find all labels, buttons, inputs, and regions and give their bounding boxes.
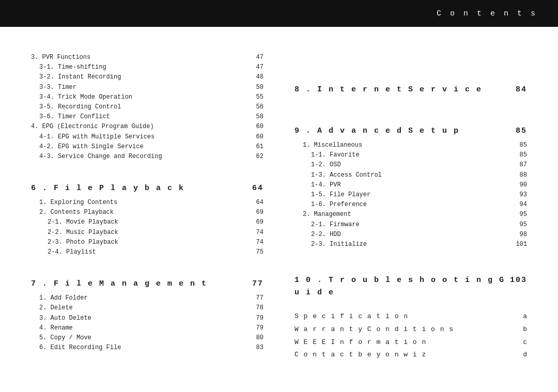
toc-page: 85 xyxy=(512,150,527,160)
toc-label: 3-4. Trick Mode Operation xyxy=(39,92,248,102)
section8-title: 8 . I n t e r n e t S e r v i c e xyxy=(295,84,512,96)
toc-page: b xyxy=(512,324,527,335)
toc-page: 95 xyxy=(512,220,527,230)
toc-page: 98 xyxy=(512,230,527,240)
toc-label: 4. EPG (Electronic Program Guide) xyxy=(31,122,248,132)
toc-entry: 3-3. Timer50 xyxy=(31,83,264,92)
toc-label: 1-3. Access Control xyxy=(311,170,512,180)
toc-entry: 2. Contents Playback69 xyxy=(31,208,264,217)
toc-page: 75 xyxy=(248,247,264,257)
toc-entry: 4-1. EPG with Multiple Services60 xyxy=(31,132,264,142)
header-title: C o n t e n t s xyxy=(437,9,537,18)
toc-page: 47 xyxy=(248,62,264,72)
toc-page: 95 xyxy=(512,210,527,219)
extras-entries: S p e c i f i c a t i o naW a r r a n t … xyxy=(295,311,527,360)
section6-page: 64 xyxy=(248,182,264,195)
toc-label: 1. Exploring Contents xyxy=(39,198,248,208)
toc-page: 60 xyxy=(248,132,264,142)
toc-page: d xyxy=(512,350,527,360)
toc-entry: 3-2. Instant Recording48 xyxy=(31,72,264,82)
toc-entry: 1-3. Access Control88 xyxy=(295,170,527,180)
toc-page: 85 xyxy=(512,140,527,150)
toc-page: 48 xyxy=(248,72,264,82)
toc-page: c xyxy=(512,337,527,348)
toc-entry: 1. Add Folder77 xyxy=(31,293,264,303)
toc-label: 2. Contents Playback xyxy=(39,208,248,217)
toc-entry: 1-1. Favorite85 xyxy=(295,150,527,160)
toc-page: 74 xyxy=(248,238,264,247)
toc-page: 87 xyxy=(512,160,527,170)
toc-entry: 1. Exploring Contents64 xyxy=(31,198,264,208)
right-column: 8 . I n t e r n e t S e r v i c e 84 9 .… xyxy=(295,53,527,377)
toc-label: 2. Management xyxy=(303,210,512,219)
toc-label: 1. Miscellaneous xyxy=(303,140,512,150)
section7-title: 7 . F i l e M a n a g e m e n t xyxy=(31,278,248,290)
toc-entry: 2-2. Music Playback74 xyxy=(31,228,264,238)
toc-label: 5. Copy / Move xyxy=(39,333,248,343)
section7-page: 77 xyxy=(248,278,264,290)
toc-entry: 2-4. Playlist75 xyxy=(31,247,264,257)
toc-entry: 1. Miscellaneous85 xyxy=(295,140,527,150)
toc-page: 55 xyxy=(248,92,264,102)
toc-page: 64 xyxy=(248,198,264,208)
toc-page: 80 xyxy=(248,333,264,343)
toc-page: 88 xyxy=(512,170,527,180)
toc-label: 3-3. Timer xyxy=(39,83,248,92)
toc-label: S p e c i f i c a t i o n xyxy=(295,311,512,322)
toc-label: 3. PVR Functions xyxy=(31,53,248,62)
toc-label: 2-3. Photo Playback xyxy=(48,238,248,247)
toc-label: 4-3. Service Change and Recording xyxy=(39,152,248,162)
toc-entry: 2-3. Photo Playback74 xyxy=(31,238,264,247)
toc-label: 1. Add Folder xyxy=(39,293,248,303)
toc-entry: 2-1. Movie Playback69 xyxy=(31,217,264,227)
toc-entry: 4. EPG (Electronic Program Guide)60 xyxy=(31,122,264,132)
section9-header: 9 . A d v a n c e d S e t u p 85 xyxy=(295,109,527,140)
toc-label: 6. Edit Recording File xyxy=(39,343,248,353)
toc-label: 2-4. Playlist xyxy=(48,247,248,257)
toc-entry: 2. Management95 xyxy=(295,210,527,219)
toc-page: 101 xyxy=(512,240,527,249)
toc-page: 74 xyxy=(248,228,264,238)
toc-label: 1-4. PVR xyxy=(311,180,512,190)
toc-label: 2-3. Initialize xyxy=(311,240,512,249)
toc-label: 4-2. EPG with Single Service xyxy=(39,142,248,152)
toc-label: 4. Rename xyxy=(39,323,248,333)
toc-label: 2. Delete xyxy=(39,303,248,313)
toc-page: 79 xyxy=(248,313,264,323)
toc-label: 3-6. Timer Conflict xyxy=(39,112,248,122)
toc-label: 1-2. OSD xyxy=(311,160,512,170)
section6-header: 6 . F i l e P l a y b a c k 64 xyxy=(31,167,264,198)
left-column: 3. PVR Functions473-1. Time-shifting473-… xyxy=(31,53,264,377)
toc-page: 83 xyxy=(248,343,264,353)
toc-page: 60 xyxy=(248,122,264,132)
toc-page: 50 xyxy=(248,83,264,92)
toc-entry: 1-6. Preference94 xyxy=(295,200,527,210)
toc-page: 58 xyxy=(248,112,264,122)
toc-label: 1-6. Preference xyxy=(311,200,512,210)
section8-wrapper: 8 . I n t e r n e t S e r v i c e 84 xyxy=(295,68,527,99)
section8-header: 8 . I n t e r n e t S e r v i c e 84 xyxy=(295,68,527,99)
toc-label: 2-2. Music Playback xyxy=(48,228,248,238)
toc-entry: 3-4. Trick Mode Operation55 xyxy=(31,92,264,102)
toc-label: W E E E I n f o r m a t i o n xyxy=(295,337,512,348)
section6-title: 6 . F i l e P l a y b a c k xyxy=(31,182,248,195)
toc-entry: 4-3. Service Change and Recording62 xyxy=(31,152,264,162)
toc-page: 93 xyxy=(512,190,527,200)
header-bar: C o n t e n t s xyxy=(0,0,558,27)
toc-entry: S p e c i f i c a t i o na xyxy=(295,311,527,322)
toc-label: 2-2. HDD xyxy=(311,230,512,240)
toc-entry: W E E E I n f o r m a t i o nc xyxy=(295,337,527,348)
toc-entry: 2-1. Firmware95 xyxy=(295,220,527,230)
toc-page: 69 xyxy=(248,208,264,217)
section6-entries: 1. Exploring Contents642. Contents Playb… xyxy=(31,198,264,257)
section7-entries: 1. Add Folder772. Delete783. Auto Delete… xyxy=(31,293,264,353)
toc-entry: 3-1. Time-shifting47 xyxy=(31,62,264,72)
toc-entry: 2-2. HDD98 xyxy=(295,230,527,240)
toc-entry: 3-6. Timer Conflict58 xyxy=(31,112,264,122)
toc-entry: 1-2. OSD87 xyxy=(295,160,527,170)
toc-label: 2-1. Movie Playback xyxy=(48,217,248,227)
toc-entry: 2. Delete78 xyxy=(31,303,264,313)
toc-page: 62 xyxy=(248,152,264,162)
toc-label: 3-5. Recording Control xyxy=(39,102,248,112)
section7-header: 7 . F i l e M a n a g e m e n t 77 xyxy=(31,262,264,293)
